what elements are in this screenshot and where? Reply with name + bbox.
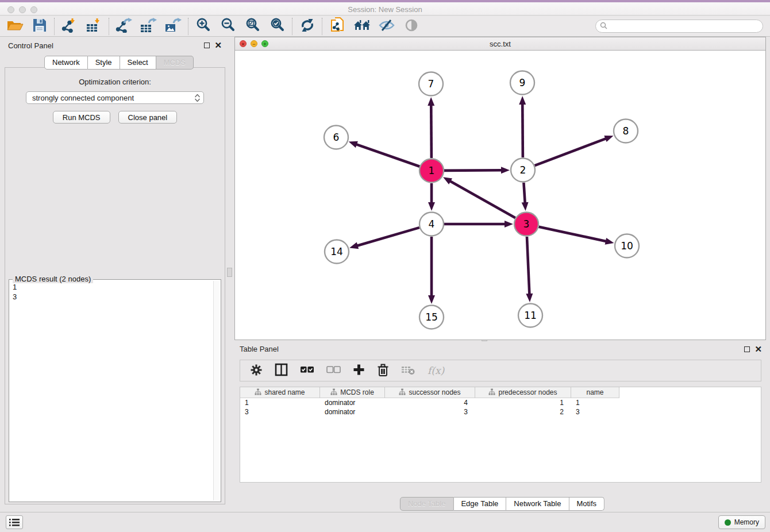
- tab-edge-table[interactable]: Edge Table: [453, 497, 506, 511]
- add-column-button[interactable]: [353, 364, 365, 377]
- delete-table-button: [401, 364, 415, 377]
- import-table-button[interactable]: [82, 17, 106, 36]
- tab-style[interactable]: Style: [88, 56, 120, 70]
- cell[interactable]: 1: [571, 398, 619, 407]
- edge-1-2[interactable]: [444, 170, 502, 171]
- zoom-fit-icon: [245, 17, 261, 35]
- mcds-result-item[interactable]: 3: [13, 292, 213, 302]
- network-overview-button[interactable]: [399, 17, 424, 36]
- column-header-name[interactable]: name: [571, 387, 619, 398]
- search-box[interactable]: [595, 20, 763, 33]
- open-session-button[interactable]: [2, 17, 27, 36]
- apply-layout-button[interactable]: [295, 17, 319, 36]
- edge-3-11[interactable]: [527, 237, 529, 295]
- control-panel: Control Panel ✕ NetworkStyleSelectMCDS O…: [0, 37, 230, 511]
- edge-1-6[interactable]: [356, 144, 419, 167]
- function-builder-button: f(x): [428, 365, 444, 376]
- table-settings-button[interactable]: [250, 364, 263, 378]
- deselect-all-button[interactable]: [326, 366, 341, 376]
- close-table-panel-icon[interactable]: ✕: [754, 346, 762, 352]
- deselect-all-icon: [326, 366, 341, 376]
- memory-button[interactable]: Memory: [718, 515, 765, 529]
- float-panel-icon[interactable]: [204, 43, 210, 48]
- run-mcds-button[interactable]: Run MCDS: [53, 111, 110, 124]
- column-label: name: [586, 388, 603, 396]
- edge-3-10[interactable]: [538, 227, 606, 242]
- status-bar: Memory: [0, 512, 770, 532]
- delete-column-button[interactable]: [377, 363, 389, 379]
- edge-2-3[interactable]: [523, 183, 525, 203]
- column-header-MCDS-role[interactable]: MCDS role: [320, 387, 385, 398]
- close-panel-button[interactable]: Close panel: [118, 111, 178, 124]
- toolbar-separator: [54, 18, 55, 35]
- zoom-in-button[interactable]: [191, 17, 215, 36]
- export-table-icon: [140, 18, 157, 34]
- control-panel-title: Control Panel: [8, 41, 53, 50]
- edge-arrow-3-11: [526, 294, 533, 302]
- table-tabs: Node TableEdge TableNetwork TableMotifs: [400, 497, 605, 511]
- app-titlebar: Session: New Session: [0, 0, 770, 16]
- hide-graphics-details-button[interactable]: [374, 17, 399, 36]
- mcds-result-scrollbar[interactable]: [213, 281, 220, 500]
- table-panel-title: Table Panel: [240, 345, 279, 353]
- tab-network-table[interactable]: Network Table: [506, 497, 569, 511]
- edge-2-8[interactable]: [535, 138, 607, 165]
- export-image-button[interactable]: [161, 17, 186, 36]
- optimization-select[interactable]: strongly connected component: [26, 91, 204, 104]
- network-canvas[interactable]: 7968124314101511: [235, 51, 765, 340]
- toolbar-separator: [322, 18, 322, 35]
- zoom-fit-button[interactable]: [240, 17, 265, 36]
- mcds-result-list[interactable]: 13: [13, 282, 213, 500]
- cell[interactable]: 1: [240, 398, 320, 407]
- edge-1-7[interactable]: [431, 105, 432, 158]
- first-neighbors-button[interactable]: [349, 17, 374, 36]
- edge-4-14[interactable]: [357, 228, 419, 246]
- column-label: successor nodes: [409, 388, 460, 396]
- cell[interactable]: 2: [475, 407, 571, 417]
- column-header-predecessor-nodes[interactable]: predecessor nodes: [475, 387, 571, 398]
- cell[interactable]: 3: [571, 407, 619, 417]
- cell[interactable]: 3: [385, 407, 475, 417]
- mcds-panel: Optimization criterion: strongly connect…: [5, 67, 225, 504]
- hierarchy-icon: [255, 388, 261, 397]
- vertical-split-handle[interactable]: [227, 268, 232, 277]
- select-all-button[interactable]: [300, 366, 314, 376]
- cell[interactable]: 4: [385, 398, 475, 407]
- show-columns-icon: [275, 363, 288, 378]
- cell[interactable]: dominator: [320, 407, 385, 417]
- import-network-button[interactable]: [57, 17, 82, 36]
- import-network-icon: [61, 18, 77, 34]
- column-header-successor-nodes[interactable]: successor nodes: [385, 387, 475, 398]
- float-table-panel-icon[interactable]: [744, 346, 750, 352]
- cell[interactable]: dominator: [320, 398, 385, 407]
- zoom-in-icon: [195, 17, 211, 35]
- new-network-from-selection-button[interactable]: [325, 17, 349, 36]
- close-panel-icon[interactable]: ✕: [214, 43, 222, 48]
- column-label: MCDS role: [340, 388, 374, 396]
- task-history-button[interactable]: [6, 515, 23, 529]
- tab-node-table[interactable]: Node Table: [400, 497, 454, 511]
- search-input[interactable]: [610, 21, 763, 32]
- memory-label: Memory: [734, 518, 759, 526]
- node-label-3: 3: [523, 218, 530, 230]
- tab-network[interactable]: Network: [44, 56, 88, 70]
- export-image-icon: [165, 18, 182, 34]
- export-table-button[interactable]: [136, 17, 161, 36]
- cell[interactable]: 1: [475, 398, 571, 407]
- edge-3-1[interactable]: [449, 181, 515, 218]
- column-header-shared-name[interactable]: shared name: [240, 387, 320, 398]
- cell[interactable]: 3: [240, 407, 320, 417]
- mcds-result-item[interactable]: 1: [13, 282, 213, 292]
- zoom-out-button[interactable]: [215, 17, 240, 36]
- tab-mcds[interactable]: MCDS: [156, 56, 194, 70]
- export-network-button[interactable]: [111, 17, 136, 36]
- zoom-selected-button[interactable]: [265, 17, 290, 36]
- network-window-titlebar[interactable]: × − + scc.txt: [235, 37, 765, 51]
- show-columns-button[interactable]: [275, 363, 288, 378]
- save-session-button[interactable]: [27, 17, 52, 36]
- node-table-header: shared nameMCDS rolesuccessor nodesprede…: [240, 387, 761, 398]
- hierarchy-icon: [488, 388, 495, 397]
- edge-2-9[interactable]: [522, 103, 523, 157]
- tab-select[interactable]: Select: [120, 56, 156, 70]
- tab-motifs[interactable]: Motifs: [569, 497, 605, 511]
